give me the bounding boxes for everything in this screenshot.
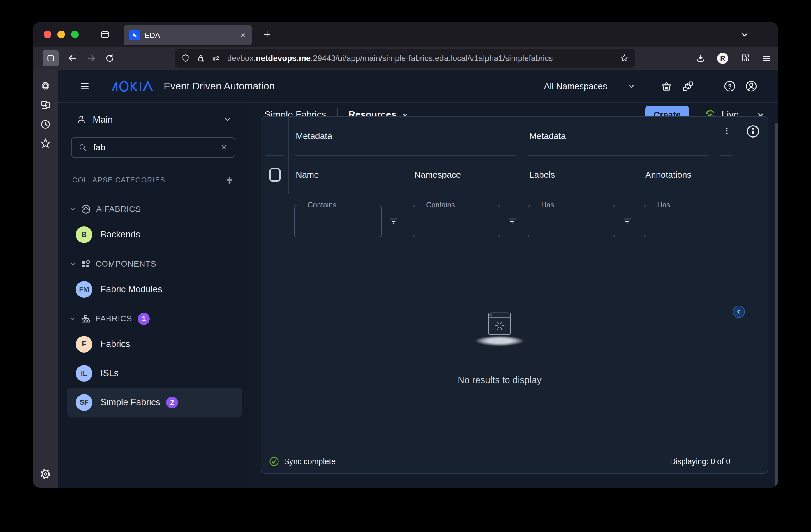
header-controls: All Namespaces ? [544,79,762,93]
context-selector[interactable]: Main [58,110,248,129]
backends-badge: B [76,226,92,243]
context-chevron-down-icon[interactable] [223,115,232,124]
lock-warning-icon[interactable] [196,54,205,63]
select-all-checkbox[interactable] [270,168,280,182]
bookmarks-star-icon[interactable] [39,138,51,150]
collapse-categories[interactable]: COLLAPSE CATEGORIES [72,176,234,184]
settings-gear-icon[interactable] [39,468,51,480]
components-category-icon [81,259,90,269]
help-icon[interactable]: ? [724,80,736,92]
namespace-selector[interactable]: All Namespaces [544,81,607,91]
fabrics-count-badge: 1 [138,313,150,325]
simple-fabrics-badge: SF [76,394,92,411]
downloads-icon[interactable] [695,53,706,63]
category-fabrics[interactable]: FABRICS 1 [58,308,248,330]
chevron-down-icon[interactable] [69,206,76,213]
annotations-filter-input[interactable]: Has [644,205,715,238]
check-circle-icon [269,456,279,467]
tab-close-icon[interactable] [240,32,246,39]
column-header-labels[interactable]: Labels [522,156,638,194]
extensions-puzzle-icon[interactable] [740,53,750,63]
table-group-header-row: Metadata Metadata [261,117,738,156]
person-icon [76,115,86,124]
sidebar-item-fabric-modules[interactable]: FM Fabric Modules [67,275,242,304]
column-header-annotations[interactable]: Annotations [638,156,715,194]
forward-icon[interactable] [86,53,96,63]
category-label: COMPONENTS [95,259,156,269]
category-components[interactable]: COMPONENTS [58,253,248,275]
empty-state-message: No results to display [458,375,541,385]
column-header-name[interactable]: Name [288,156,407,194]
resource-table: Metadata Metadata [261,116,768,474]
tab-eda[interactable]: EDA [123,25,252,45]
filter-annotations: Has [638,194,715,244]
new-tab-button[interactable] [263,30,272,39]
empty-state-illustration [469,308,530,347]
filter-name: Contains [288,194,407,244]
app-menu-hamburger-icon[interactable] [79,81,90,92]
resource-tree: AIFABRICS B Backends [58,194,248,417]
bookmark-star-icon[interactable] [620,54,629,63]
menu-column-cell [715,194,738,244]
sidebar-search[interactable] [71,137,235,158]
permissions-sliders-icon[interactable] [212,54,220,63]
sidebar-toggle-button[interactable] [43,50,59,66]
reload-icon[interactable] [105,53,115,63]
metadata-group-2: Metadata [522,117,715,156]
metadata-group-1: Metadata [288,117,522,156]
search-input[interactable] [93,142,220,152]
sidebar-item-isls[interactable]: IL ISLs [67,359,242,388]
collapse-all-icon[interactable] [225,176,234,184]
name-filter-input[interactable]: Contains [294,205,382,238]
sidebar-item-label: Backends [101,229,140,240]
zoom-window-button[interactable] [71,31,79,38]
namespace-chevron-down-icon[interactable] [627,82,636,91]
history-clock-icon[interactable] [39,118,51,131]
filter-icon[interactable] [389,217,398,226]
header-divider [645,79,646,93]
sidebar-divider [71,168,236,168]
aifabrics-category-icon [81,204,91,214]
minimize-window-button[interactable] [57,31,65,38]
category-aifabrics[interactable]: AIFABRICS [58,198,248,220]
sidebar-item-simple-fabrics[interactable]: SF Simple Fabrics 2 [67,388,242,417]
fabrics-badge: F [76,336,92,352]
filter-icon[interactable] [508,217,517,226]
chevron-down-icon[interactable] [69,260,76,268]
synced-tabs-icon[interactable] [39,99,51,111]
close-window-button[interactable] [44,31,51,38]
transactions-flow-icon[interactable] [682,80,694,92]
displaying-count: Displaying: 0 of 0 [670,457,730,466]
chatbot-icon[interactable] [39,80,51,92]
table-header-row: Name Namespace Labels Annotations [261,156,738,194]
svg-text:?: ? [728,82,732,90]
app-header: Event Driven Automation All Namespaces [58,70,778,103]
url-text: devbox.netdevops.me:29443/ui/app/main/si… [227,54,620,63]
app-store-basket-icon[interactable] [661,80,672,92]
user-account-icon[interactable] [746,80,757,92]
namespace-filter-input[interactable]: Contains [413,205,500,238]
column-header-namespace[interactable]: Namespace [407,156,522,194]
sidebar-item-fabrics[interactable]: F Fabrics [67,330,242,359]
fabric-modules-badge: FM [76,281,92,298]
chevron-down-icon[interactable] [69,315,76,322]
category-label: FABRICS [95,314,132,323]
back-icon[interactable] [67,53,77,63]
content-scrollbar[interactable] [775,123,778,487]
sidebar-item-label: Fabrics [101,339,130,349]
clear-search-icon[interactable] [220,143,228,152]
info-icon[interactable] [746,125,760,473]
menu-hamburger-icon[interactable] [762,53,771,63]
list-tabs-icon[interactable] [740,30,749,39]
filter-icon[interactable] [623,217,631,226]
firefox-view-icon[interactable] [100,29,110,40]
collapse-panel-button[interactable] [733,306,745,318]
kebab-menu-icon[interactable] [722,126,731,135]
content-area: Simple Fabrics Resources Create Live [248,103,778,488]
shield-icon[interactable] [181,54,190,63]
profile-avatar[interactable]: R [717,53,728,64]
menu-column-cell [715,156,738,194]
labels-filter-input[interactable]: Has [528,205,615,238]
sidebar-item-backends[interactable]: B Backends [67,220,242,249]
url-bar[interactable]: devbox.netdevops.me:29443/ui/app/main/si… [175,49,635,67]
